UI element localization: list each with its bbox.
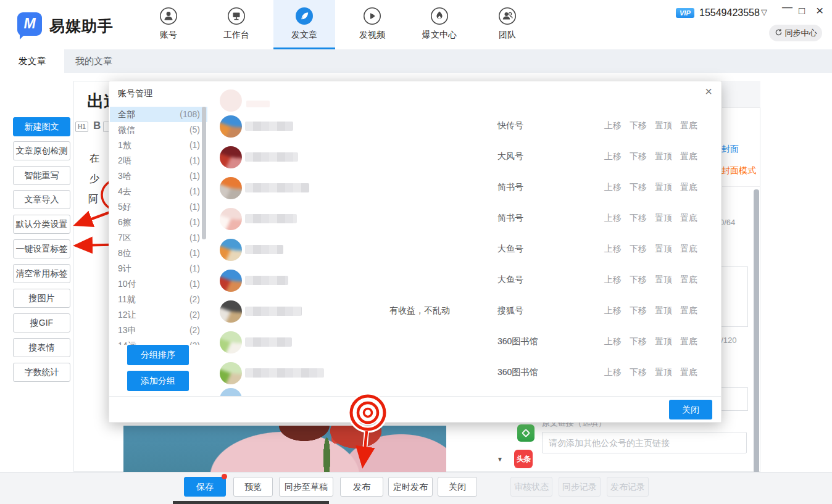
platform-green-icon[interactable] (517, 424, 535, 442)
move-down-link[interactable]: 下移 (630, 244, 647, 255)
nav-item-3[interactable]: 发视频 (341, 0, 403, 49)
sidebar-button[interactable]: 文章导入 (13, 190, 70, 209)
censored-account-name (245, 307, 302, 316)
close-window-button[interactable]: × (816, 3, 823, 18)
save-button[interactable]: 保存 (184, 477, 226, 497)
tab-1[interactable]: 我的文章 (64, 49, 123, 73)
move-bottom-link[interactable]: 置底 (680, 336, 697, 347)
photo-edge (173, 501, 329, 504)
move-top-link[interactable]: 置顶 (655, 275, 672, 286)
move-down-link[interactable]: 下移 (630, 336, 647, 347)
collapse-caret-icon[interactable]: ▼ (497, 456, 503, 463)
publish-button[interactable]: 发布 (340, 477, 383, 497)
nav-item-1[interactable]: 工作台 (206, 0, 267, 49)
move-bottom-link[interactable]: 置底 (680, 244, 697, 255)
move-up-link[interactable]: 上移 (604, 367, 622, 378)
nav-item-4[interactable]: 爆文中心 (409, 0, 470, 49)
sync-draft-button[interactable]: 同步至草稿 (279, 477, 333, 497)
tab-0[interactable]: 发文章 (0, 49, 64, 73)
platform-name: 搜狐号 (497, 305, 523, 316)
sidebar-button[interactable]: 搜图片 (13, 289, 70, 308)
platform-name: 大鱼号 (497, 275, 523, 286)
toutiao-icon[interactable]: 头条 (514, 450, 533, 468)
nav-item-2[interactable]: 发文章 (273, 0, 335, 49)
schedule-publish-button[interactable]: 定时发布 (388, 477, 433, 497)
row-actions: 上移下移置顶置底 (604, 275, 697, 286)
move-top-link[interactable]: 置顶 (655, 151, 672, 162)
maximize-button[interactable]: □ (799, 5, 805, 17)
bold-icon[interactable]: B (93, 120, 101, 132)
nav-item-5[interactable]: 团队 (476, 0, 538, 49)
move-top-link[interactable]: 置顶 (655, 244, 672, 255)
move-up-link[interactable]: 上移 (604, 182, 622, 193)
row-actions: 上移下移置顶置底 (604, 367, 697, 378)
move-up-link[interactable]: 上移 (604, 244, 622, 255)
move-top-link[interactable]: 置顶 (655, 336, 672, 347)
move-down-link[interactable]: 下移 (630, 305, 647, 316)
sidebar-button[interactable]: 智能重写 (13, 166, 70, 185)
modal-footer: 关闭 (109, 396, 721, 422)
sidebar-button[interactable]: 一键设置标签 (13, 239, 70, 258)
feather-icon (295, 7, 314, 25)
move-bottom-link[interactable]: 置底 (680, 182, 697, 193)
unsaved-dot (222, 474, 227, 479)
avatar (220, 89, 242, 112)
article-photo (123, 426, 446, 472)
source-link-input[interactable] (542, 432, 747, 453)
minimize-button[interactable]: — (782, 1, 792, 14)
sync-center-button[interactable]: 同步中心 (769, 25, 822, 41)
sync-records-button: 同步记录 (559, 477, 601, 497)
modal-close-button[interactable]: 关闭 (669, 400, 712, 419)
platform-name: 简书号 (497, 213, 523, 224)
preview-button[interactable]: 预览 (233, 477, 273, 497)
sidebar-button[interactable]: 文章原创检测 (13, 141, 70, 160)
move-bottom-link[interactable]: 置底 (680, 213, 697, 224)
move-top-link[interactable]: 置顶 (655, 367, 672, 378)
move-down-link[interactable]: 下移 (630, 182, 647, 193)
censored-account-name (245, 214, 297, 223)
move-down-link[interactable]: 下移 (630, 120, 647, 131)
move-down-link[interactable]: 下移 (630, 151, 647, 162)
sidebar-button[interactable]: 字数统计 (13, 363, 70, 382)
sync-center-label: 同步中心 (785, 28, 817, 39)
sidebar-button[interactable]: 清空常用标签 (13, 264, 70, 283)
sidebar-button[interactable]: 搜表情 (13, 338, 70, 357)
move-top-link[interactable]: 置顶 (655, 182, 672, 193)
flame-icon (430, 7, 449, 25)
move-top-link[interactable]: 置顶 (655, 120, 672, 131)
sidebar-button[interactable]: 搜GIF (13, 313, 70, 333)
censored-account-name (245, 368, 324, 378)
move-down-link[interactable]: 下移 (630, 367, 647, 378)
summary-textarea[interactable] (721, 266, 748, 327)
move-bottom-link[interactable]: 置底 (680, 151, 697, 162)
account-dropdown-icon[interactable]: ▽ (761, 7, 767, 17)
page-scrollbar[interactable] (754, 189, 759, 473)
heading-icon[interactable]: H1 (75, 122, 88, 132)
censored-account-name (245, 183, 309, 192)
move-top-link[interactable]: 置顶 (655, 213, 672, 224)
publish-records-button: 发布记录 (607, 477, 649, 497)
close-button[interactable]: 关闭 (438, 477, 477, 497)
sidebar-button[interactable]: 默认分类设置 (13, 215, 70, 234)
bottom-action-bar: 保存预览同步至草稿发布定时发布关闭审核状态同步记录发布记录 (0, 472, 832, 504)
move-bottom-link[interactable]: 置底 (680, 305, 697, 316)
move-top-link[interactable]: 置顶 (655, 305, 672, 316)
cover-mode-link[interactable]: 封面模式 (722, 165, 756, 176)
move-up-link[interactable]: 上移 (604, 213, 622, 224)
move-bottom-link[interactable]: 置底 (680, 367, 697, 378)
move-up-link[interactable]: 上移 (604, 336, 622, 347)
move-bottom-link[interactable]: 置底 (680, 120, 697, 131)
move-down-link[interactable]: 下移 (630, 275, 647, 286)
article-text-fragment: 少 (89, 173, 99, 186)
move-up-link[interactable]: 上移 (604, 120, 622, 131)
move-up-link[interactable]: 上移 (604, 151, 622, 162)
move-up-link[interactable]: 上移 (604, 305, 622, 316)
nav-item-0[interactable]: 账号 (138, 0, 199, 49)
move-bottom-link[interactable]: 置底 (680, 275, 697, 286)
account-row: 大风号 上移下移置顶置底 (109, 146, 722, 168)
cover-link[interactable]: 封面 (722, 144, 739, 155)
sidebar-button[interactable]: 新建图文 (13, 117, 70, 136)
move-down-link[interactable]: 下移 (630, 213, 647, 224)
extra-input[interactable] (721, 387, 748, 411)
move-up-link[interactable]: 上移 (604, 275, 622, 286)
